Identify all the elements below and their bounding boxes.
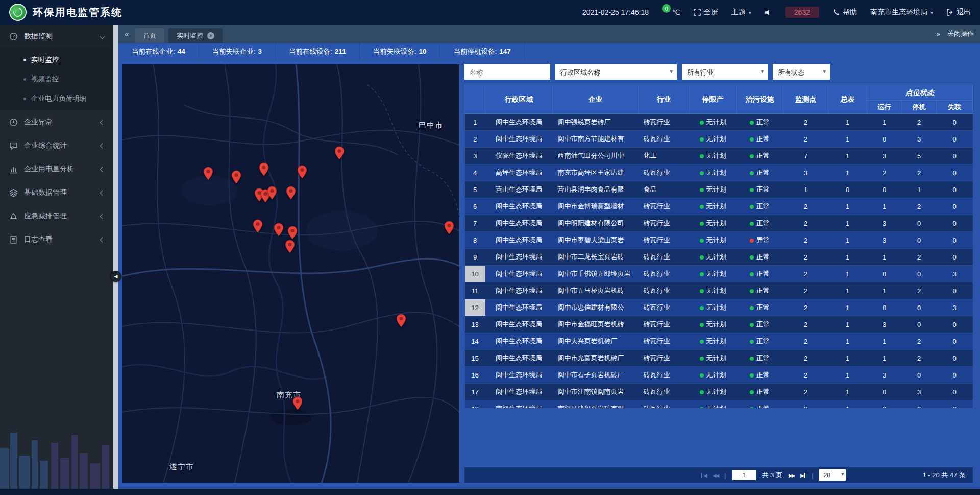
prev-page-button[interactable]: ◀◀ <box>713 473 718 478</box>
tabs-scroll-right-button[interactable]: » <box>937 30 940 38</box>
cell-company[interactable]: 阆中市枣碧大梁山页岩 <box>553 232 639 249</box>
cell-index[interactable]: 13 <box>465 316 485 333</box>
cell-company[interactable]: 南充市高坪区王家店建 <box>553 164 639 181</box>
cell-index[interactable]: 7 <box>465 215 485 232</box>
cell-index[interactable]: 10 <box>465 266 485 282</box>
cell-company[interactable]: 阆中市金博瑞新型墙材 <box>553 198 639 215</box>
map-pin-icon[interactable] <box>253 219 263 235</box>
cell-index[interactable]: 9 <box>465 249 485 266</box>
cell-company[interactable]: 阆中市金福旺页岩机砖 <box>553 316 639 333</box>
cell-company[interactable]: 阆中市石子页岩机砖厂 <box>553 367 639 384</box>
table-row[interactable]: 14 阆中生态环境局 阆中大兴页岩机砖厂 砖瓦行业 无计划 正常 2 1 1 <box>465 333 973 350</box>
close-operations-dropdown[interactable]: 关闭操作 <box>947 29 974 38</box>
cell-index[interactable]: 15 <box>465 350 485 367</box>
region-filter-select[interactable]: 行政区域名称 ▾ <box>555 64 677 80</box>
cell-index[interactable]: 4 <box>465 164 485 181</box>
cell-company[interactable]: 阆中市江南镇阆南页岩 <box>553 384 639 400</box>
close-icon[interactable]: ✕ <box>207 32 214 39</box>
theme-dropdown[interactable]: 主题 ▾ <box>731 8 751 17</box>
sidebar-group-data-monitoring[interactable]: 数据监测 <box>0 25 113 48</box>
help-button[interactable]: 帮助 <box>832 8 857 17</box>
map-pin-icon[interactable] <box>334 146 345 162</box>
sidebar-group-base-data[interactable]: 基础数据管理 <box>0 181 113 204</box>
cell-index[interactable]: 5 <box>465 181 485 198</box>
cell-company[interactable]: 阆中市忠信建材有限公 <box>553 299 639 316</box>
sidebar-group-log-view[interactable]: 日志查看 <box>0 228 113 251</box>
cell-index[interactable]: 14 <box>465 333 485 350</box>
map-panel[interactable]: 巴中市 南充市 遂宁市 <box>122 64 459 483</box>
tab-realtime-monitoring[interactable]: 实时监控 ✕ <box>168 28 223 43</box>
map-pin-icon[interactable] <box>444 221 454 237</box>
first-page-button[interactable]: ◀ <box>701 473 706 478</box>
cell-index[interactable]: 3 <box>465 148 485 164</box>
cell-index[interactable]: 12 <box>465 299 485 316</box>
cell-index[interactable]: 8 <box>465 232 485 249</box>
tab-home[interactable]: 首页 <box>135 28 164 43</box>
speaker-icon[interactable] <box>765 9 772 16</box>
cell-index[interactable]: 11 <box>465 282 485 299</box>
next-page-button[interactable]: ▶▶ <box>789 473 794 478</box>
cell-company[interactable]: 阆中明阳建材有限公司 <box>553 215 639 232</box>
cell-company[interactable]: 阆中市千佛镇五郎垭页岩 <box>553 266 639 282</box>
table-row[interactable]: 10 阆中生态环境局 阆中市千佛镇五郎垭页岩 砖瓦行业 无计划 正常 2 1 0 <box>465 266 973 282</box>
sidebar-collapse-button[interactable]: ◀ <box>110 271 121 282</box>
logout-button[interactable]: 退出 <box>946 8 971 17</box>
cell-company[interactable]: 西南油气田分公司川中 <box>553 148 639 164</box>
table-row[interactable]: 8 阆中生态环境局 阆中市枣碧大梁山页岩 砖瓦行业 无计划 异常 2 1 3 <box>465 232 973 249</box>
sidebar-group-enterprise-statistics[interactable]: 企业综合统计 <box>0 134 113 157</box>
sidebar-group-enterprise-abnormal[interactable]: 企业异常 <box>0 110 113 134</box>
cell-company[interactable]: 阆中市光富页岩机砖厂 <box>553 350 639 367</box>
cell-index[interactable]: 17 <box>465 384 485 400</box>
status-filter-select[interactable]: 所有状态 ▾ <box>773 64 830 80</box>
page-number-input[interactable] <box>732 470 756 480</box>
cell-company[interactable]: 阆中市二龙长宝页岩砖 <box>553 249 639 266</box>
table-row[interactable]: 5 营山生态环境局 营山县润丰肉食品有限 食品 无计划 正常 1 0 0 <box>465 181 973 198</box>
last-page-button[interactable]: ▶ <box>800 473 805 478</box>
map-pin-icon[interactable] <box>274 223 284 239</box>
map-pin-icon[interactable] <box>292 396 303 412</box>
cell-company[interactable]: 阆中市南方节能建材有 <box>553 131 639 148</box>
cell-index[interactable]: 2 <box>465 131 485 148</box>
table-row[interactable]: 7 阆中生态环境局 阆中明阳建材有限公司 砖瓦行业 无计划 正常 2 1 3 <box>465 215 973 232</box>
map-pin-icon[interactable] <box>286 186 296 202</box>
map-pin-icon[interactable] <box>396 314 406 329</box>
table-row[interactable]: 11 阆中生态环境局 阆中市五马桥页岩机砖 砖瓦行业 无计划 正常 2 1 1 <box>465 282 973 299</box>
map-pin-icon[interactable] <box>297 165 307 181</box>
table-row[interactable]: 4 高坪生态环境局 南充市高坪区王家店建 砖瓦行业 无计划 正常 3 1 2 <box>465 164 973 181</box>
table-row[interactable]: 2 阆中生态环境局 阆中市南方节能建材有 砖瓦行业 无计划 正常 2 1 0 <box>465 131 973 148</box>
table-row[interactable]: 12 阆中生态环境局 阆中市忠信建材有限公 砖瓦行业 无计划 正常 2 1 0 <box>465 299 973 316</box>
map-pin-icon[interactable] <box>203 167 213 182</box>
sidebar-item-video-monitoring[interactable]: 视频监控 <box>0 69 113 89</box>
org-dropdown[interactable]: 南充市生态环境局 ▾ <box>870 8 933 17</box>
sidebar-item-realtime-monitoring[interactable]: 实时监控 <box>0 50 113 69</box>
page-size-select[interactable]: 20 ▾ <box>819 469 846 481</box>
industry-filter-select[interactable]: 所有行业 ▾ <box>682 64 768 80</box>
map-pin-icon[interactable] <box>267 186 277 202</box>
cell-company[interactable]: 阆中大兴页岩机砖厂 <box>553 333 639 350</box>
cell-company[interactable]: 阆中市五马桥页岩机砖 <box>553 282 639 299</box>
table-row[interactable]: 13 阆中生态环境局 阆中市金福旺页岩机砖 砖瓦行业 无计划 正常 2 1 3 <box>465 316 973 333</box>
cell-index[interactable]: 18 <box>465 400 485 409</box>
cell-company[interactable]: 营山县润丰肉食品有限 <box>553 181 639 198</box>
tabs-scroll-left-button[interactable]: « <box>125 30 129 38</box>
cell-index[interactable]: 16 <box>465 367 485 384</box>
table-row[interactable]: 18 南部生态环境局 南部县建兴页岩砖有限 砖瓦行业 无计划 正常 2 1 0 <box>465 400 973 409</box>
cell-company[interactable]: 南部县建兴页岩砖有限 <box>553 400 639 409</box>
table-row[interactable]: 3 仪陇生态环境局 西南油气田分公司川中 化工 无计划 正常 7 1 3 <box>465 148 973 164</box>
alert-count-badge[interactable]: 2632 <box>785 7 819 18</box>
cell-index[interactable]: 1 <box>465 114 485 131</box>
table-row[interactable]: 1 阆中生态环境局 阆中强锐页岩砖厂 砖瓦行业 无计划 正常 2 1 1 <box>465 114 973 131</box>
table-row[interactable]: 15 阆中生态环境局 阆中市光富页岩机砖厂 砖瓦行业 无计划 正常 2 1 1 <box>465 350 973 367</box>
sidebar-group-power-analysis[interactable]: 企业用电量分析 <box>0 157 113 181</box>
map-pin-icon[interactable] <box>259 162 269 178</box>
name-filter-input[interactable] <box>464 64 550 80</box>
table-row[interactable]: 16 阆中生态环境局 阆中市石子页岩机砖厂 砖瓦行业 无计划 正常 2 1 3 <box>465 367 973 384</box>
map-pin-icon[interactable] <box>285 240 295 255</box>
map-pin-icon[interactable] <box>231 170 241 186</box>
sidebar-group-emergency-reduction[interactable]: 应急减排管理 <box>0 204 113 228</box>
sidebar-item-power-load-detail[interactable]: 企业电力负荷明细 <box>0 89 113 108</box>
fullscreen-button[interactable]: 全屏 <box>694 8 718 17</box>
table-row[interactable]: 6 阆中生态环境局 阆中市金博瑞新型墙材 砖瓦行业 无计划 正常 2 1 1 <box>465 198 973 215</box>
table-row[interactable]: 9 阆中生态环境局 阆中市二龙长宝页岩砖 砖瓦行业 无计划 正常 2 1 1 <box>465 249 973 266</box>
table-row[interactable]: 17 阆中生态环境局 阆中市江南镇阆南页岩 砖瓦行业 无计划 正常 2 1 0 <box>465 384 973 400</box>
